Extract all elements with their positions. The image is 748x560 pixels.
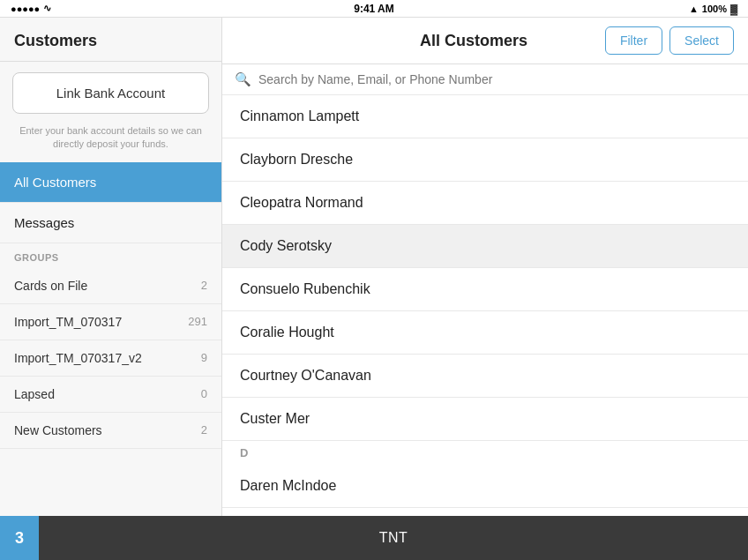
header-buttons: Filter Select: [605, 26, 734, 55]
group-item-lapsed[interactable]: Lapsed 0: [0, 377, 221, 413]
battery-icon: ▓: [730, 4, 737, 14]
list-item[interactable]: Clayborn Dresche: [222, 138, 748, 182]
group-item-cards-on-file[interactable]: Cards on File 2: [0, 268, 221, 304]
customer-list: Cinnamon Lampett Clayborn Dresche Cleopa…: [222, 95, 748, 516]
group-count: 2: [201, 279, 207, 292]
group-item-import-tm-070317-v2[interactable]: Import_TM_070317_v2 9: [0, 340, 221, 377]
list-item[interactable]: Consuelo Rubenchik: [222, 268, 748, 311]
bank-account-description: Enter your bank account details so we ca…: [0, 124, 221, 162]
group-label: New Customers: [14, 423, 102, 437]
group-label: Import_TM_070317_v2: [14, 351, 142, 365]
list-item[interactable]: Cinnamon Lampett: [222, 95, 748, 138]
tab-bar: 3 TNT: [0, 516, 748, 560]
section-divider-d: D: [222, 441, 748, 465]
group-item-new-customers[interactable]: New Customers 2: [0, 413, 221, 449]
group-label: Cards on File: [14, 279, 87, 293]
list-item[interactable]: Coralie Hought: [222, 311, 748, 355]
group-count: 2: [201, 423, 207, 437]
search-bar: 🔍: [222, 64, 748, 95]
status-bar-time: 9:41 AM: [354, 3, 394, 15]
location-icon: ▲: [689, 4, 699, 14]
group-label: Import_TM_070317: [14, 315, 122, 329]
main-container: Customers Link Bank Account Enter your b…: [0, 18, 748, 516]
battery-level: 100%: [702, 4, 727, 14]
select-button[interactable]: Select: [669, 26, 734, 55]
link-bank-account-button[interactable]: Link Bank Account: [12, 72, 209, 114]
wifi-icon: ∿: [43, 3, 51, 14]
list-item[interactable]: Courtney O'Canavan: [222, 355, 748, 398]
group-label: Lapsed: [14, 387, 55, 401]
content-header: All Customers Filter Select: [222, 18, 748, 64]
sidebar-item-all-customers[interactable]: All Customers: [0, 162, 221, 203]
search-icon: 🔍: [235, 71, 251, 87]
content-area: All Customers Filter Select 🔍 Cinnamon L…: [222, 18, 748, 516]
sidebar-title: Customers: [0, 18, 221, 62]
group-count: 0: [201, 387, 207, 400]
tab-badge[interactable]: 3: [0, 516, 39, 560]
group-count: 9: [201, 351, 207, 364]
groups-section-header: GROUPS: [0, 243, 221, 268]
status-bar: ●●●●● ∿ 9:41 AM ▲ 100% ▓: [0, 0, 748, 18]
search-input[interactable]: [258, 72, 736, 86]
status-bar-right: ▲ 100% ▓: [689, 4, 737, 14]
group-count: 291: [188, 315, 207, 328]
signal-strength: ●●●●●: [11, 4, 40, 14]
filter-button[interactable]: Filter: [605, 26, 662, 55]
sidebar: Customers Link Bank Account Enter your b…: [0, 18, 222, 516]
sidebar-item-messages[interactable]: Messages: [0, 203, 221, 243]
content-title: All Customers: [342, 32, 605, 50]
group-item-import-tm-070317[interactable]: Import_TM_070317 291: [0, 304, 221, 340]
status-bar-left: ●●●●● ∿: [11, 3, 51, 14]
list-item[interactable]: Custer Mer: [222, 398, 748, 441]
list-item[interactable]: Daren McIndoe: [222, 465, 748, 508]
list-item[interactable]: Cleopatra Normand: [222, 182, 748, 225]
list-item[interactable]: Cody Serotsky: [222, 225, 748, 268]
tab-label: TNT: [39, 530, 748, 546]
